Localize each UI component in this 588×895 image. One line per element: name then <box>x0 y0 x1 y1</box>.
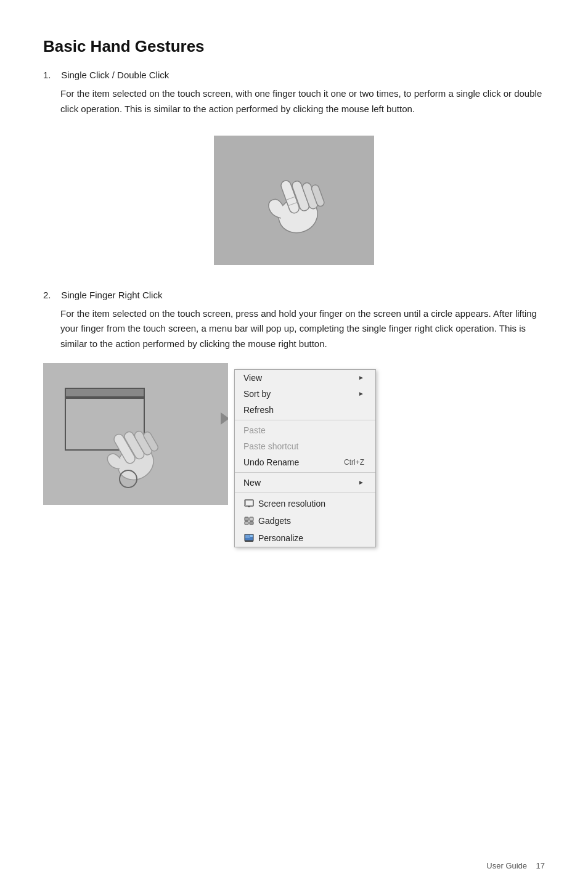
svg-rect-21 <box>250 521 253 525</box>
svg-rect-15 <box>244 501 246 505</box>
page-title: Basic Hand Gestures <box>43 37 545 56</box>
svg-rect-25 <box>245 541 253 542</box>
menu-arrow-sortby: ► <box>358 390 364 397</box>
single-click-image <box>214 136 374 265</box>
section-2-title: Single Finger Right Click <box>61 290 162 300</box>
right-click-image <box>43 363 228 505</box>
menu-item-screen-resolution[interactable]: Screen resolution <box>235 495 375 512</box>
section-2-content: View ► Sort by ► Refresh <box>43 363 545 547</box>
hand-gesture-svg-1 <box>245 151 343 250</box>
section-1: 1. Single Click / Double Click For the i… <box>43 70 545 265</box>
footer-label: User Guide <box>486 861 527 870</box>
menu-item-paste: Paste <box>235 422 375 438</box>
screen-icon <box>243 498 255 509</box>
gadgets-icon <box>243 515 255 526</box>
page-container: Basic Hand Gestures 1. Single Click / Do… <box>0 0 588 597</box>
menu-separator-2 <box>235 472 375 473</box>
footer: User Guide 17 <box>486 861 545 870</box>
footer-page-number: 17 <box>536 861 545 870</box>
section-2-body: For the item selected on the touch scree… <box>60 306 545 352</box>
svg-rect-14 <box>245 500 253 506</box>
gesture-image-1 <box>43 136 545 265</box>
section-1-number: 1. <box>43 70 51 80</box>
svg-marker-13 <box>221 412 228 425</box>
section-2: 2. Single Finger Right Click For the ite… <box>43 290 545 547</box>
menu-item-paste-shortcut: Paste shortcut <box>235 438 375 454</box>
menu-item-personalize[interactable]: Personalize <box>235 529 375 547</box>
svg-rect-20 <box>245 521 248 525</box>
svg-rect-23 <box>245 535 250 538</box>
menu-arrow-view: ► <box>358 374 364 381</box>
section-2-header: 2. Single Finger Right Click <box>43 290 545 300</box>
svg-rect-24 <box>250 535 253 537</box>
section-2-number: 2. <box>43 290 51 300</box>
section-1-body: For the item selected on the touch scree… <box>60 86 545 117</box>
menu-item-view[interactable]: View ► <box>235 370 375 386</box>
section-1-title: Single Click / Double Click <box>61 70 169 80</box>
arrow-to-menu <box>221 412 228 425</box>
menu-item-undo-rename[interactable]: Undo Rename Ctrl+Z <box>235 454 375 470</box>
menu-separator-3 <box>235 492 375 493</box>
menu-item-new[interactable]: New ► <box>235 475 375 491</box>
menu-item-refresh[interactable]: Refresh <box>235 402 375 418</box>
menu-item-gadgets[interactable]: Gadgets <box>235 512 375 529</box>
undo-rename-shortcut: Ctrl+Z <box>344 458 364 467</box>
svg-rect-18 <box>245 517 248 521</box>
menu-arrow-new: ► <box>358 479 364 486</box>
taskbar <box>65 388 145 398</box>
menu-separator-1 <box>235 420 375 420</box>
section-1-header: 1. Single Click / Double Click <box>43 70 545 80</box>
context-menu: View ► Sort by ► Refresh <box>234 369 376 547</box>
hand-gesture-svg-2 <box>74 412 185 492</box>
menu-item-sortby[interactable]: Sort by ► <box>235 386 375 402</box>
personalize-icon <box>243 533 255 544</box>
svg-rect-19 <box>250 517 253 521</box>
